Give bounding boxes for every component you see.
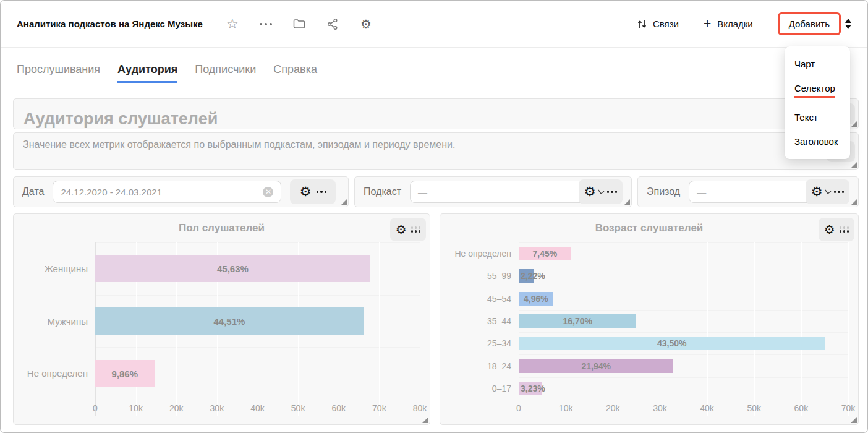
gridline [420,295,420,348]
category-label: Женщины [21,242,95,295]
selector-settings-button[interactable]: ⚙ [290,179,336,204]
bar-row: 18–2421,94% [448,354,848,377]
axis-tick-label: 10k [129,403,143,413]
tab-help[interactable]: Справка [273,63,317,83]
resize-handle[interactable] [624,199,630,205]
axis-tick-label: 10k [559,403,573,413]
gridline [379,347,380,400]
chart-title: Возраст слушателей [595,222,704,234]
bar-value-label: 3,23% [521,384,545,393]
gridline [848,265,849,287]
header-actions: Связи + Вкладки Добавить [637,12,851,35]
gridline [754,354,755,377]
gridline [801,242,802,265]
axis-tick-label: 50k [747,403,761,413]
axis-tick-label: 0 [516,403,521,413]
category-label: Не определен [21,347,95,400]
share-icon[interactable] [325,17,340,32]
resize-handle[interactable] [851,121,857,127]
plus-icon: + [704,17,711,30]
bar-value-label: 21,94% [582,361,611,371]
gear-icon: ⚙ [824,223,835,236]
menu-item-selector[interactable]: Селектор [785,76,850,105]
gridline [801,377,802,400]
gridline [801,310,802,332]
date-range-input[interactable]: 24.12.2020 - 24.03.2021 ✕ [53,181,281,203]
resize-handle[interactable] [422,417,428,423]
chart-settings-button[interactable]: ⚙ [390,218,426,241]
header-icons: ☆ ⚙ [225,17,373,32]
bar-row: 25–3443,50% [448,332,848,354]
bar-value-label: 44,51% [214,316,245,327]
bar-row: Не определен9,86% [21,347,420,400]
axis-tick-label: 0 [93,403,98,413]
dots-menu-icon [411,226,421,233]
selector-settings-button[interactable]: ⚙ [806,179,849,204]
selectors-row: Дата 24.12.2020 - 24.03.2021 ✕ ⚙ Подкаст… [13,176,859,207]
bar-row: Женщины45,63% [21,242,420,295]
clear-icon[interactable]: ✕ [263,187,273,197]
bar-value-label: 9,86% [112,368,138,379]
resize-handle[interactable] [851,417,857,423]
gear-icon[interactable]: ⚙ [359,17,373,32]
resize-handle[interactable] [851,199,857,205]
add-button[interactable]: Добавить [778,12,841,35]
gridline [379,242,380,295]
gridline [707,354,708,377]
gridline [420,347,420,400]
gridline [754,265,755,287]
gridline [420,242,420,295]
x-axis: 010k20k30k40k50k60k70k [448,400,848,416]
zigzag-icon [598,189,605,195]
resize-handle[interactable] [851,162,857,168]
axis-tick-label: 70k [841,403,856,413]
add-dropdown-menu: Чарт Селектор Текст Заголовок [785,46,850,159]
chart-title: Пол слушателей [179,222,265,234]
podcast-selector-label: Подкаст [364,186,401,197]
episode-selector-label: Эпизод [647,186,680,197]
page-heading: Аудитория слушателей [23,109,218,129]
gridline [660,310,660,332]
gridline [566,265,566,287]
bar-row: Мужчины44,51% [21,295,420,348]
gridline [754,242,755,265]
gender-chart-widget: Пол слушателей ⚙ Женщины45,63%Мужчины44,… [13,213,430,425]
gridline [339,347,339,400]
menu-item-heading[interactable]: Заголовок [785,129,850,153]
gridline [566,288,566,310]
zigzag-icon [825,189,832,195]
menu-item-chart[interactable]: Чарт [785,52,850,76]
tab-listens[interactable]: Прослушивания [17,63,100,83]
tab-subscribers[interactable]: Подписчики [195,63,256,83]
resize-handle[interactable] [341,199,347,205]
gridline [848,354,849,377]
x-axis: 010k20k30k40k50k60k70k80k [21,400,420,416]
axis-tick-label: 40k [700,403,714,413]
gridline [379,295,380,348]
ellipsis-icon[interactable] [258,17,273,32]
charts-row: Пол слушателей ⚙ Женщины45,63%Мужчины44,… [13,213,859,425]
bar-row: 35–4416,70% [448,310,848,332]
chart-settings-button[interactable]: ⚙ [819,218,854,241]
category-label: Мужчины [21,295,95,348]
heading-widget: Аудитория слушателей [13,98,859,129]
gridline [613,288,613,310]
podcast-selector-widget: Подкаст — ⚙ [354,176,632,207]
add-tab-button[interactable]: + Вкладки [704,18,753,30]
collapse-expand-spinner[interactable] [845,19,851,29]
selector-settings-button[interactable]: ⚙ [579,179,623,204]
folder-icon[interactable] [292,17,307,32]
menu-item-text[interactable]: Текст [785,105,850,129]
episode-selector-widget: Эпизод — ⚙ [637,176,859,207]
bar-value-label: 43,50% [657,338,686,348]
gridline [258,347,258,400]
gridline [848,310,849,332]
gear-icon: ⚙ [300,186,312,199]
description-widget: Значение всех метрик отображается по выб… [13,132,859,170]
gridline [707,265,708,287]
date-selector-label: Дата [22,186,44,197]
links-button[interactable]: Связи [637,19,679,29]
star-icon[interactable]: ☆ [225,17,240,32]
tab-audience[interactable]: Аудитория [117,63,177,83]
gridline [848,332,849,354]
